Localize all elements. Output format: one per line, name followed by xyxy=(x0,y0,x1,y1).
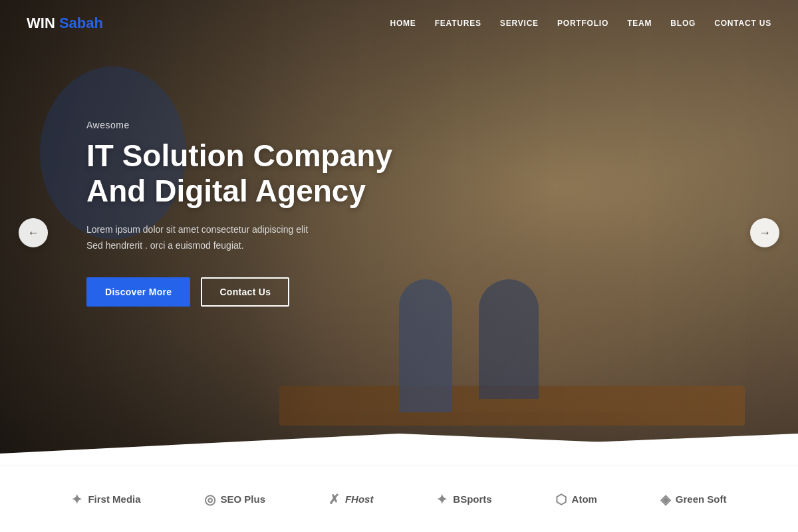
hero-subtitle: Awesome xyxy=(86,120,452,130)
nav-blog[interactable]: BLOG xyxy=(670,19,696,28)
arrow-right-icon: → xyxy=(759,226,771,240)
fhost-icon: ✗ xyxy=(329,491,340,507)
atom-icon: ⬡ xyxy=(555,491,567,507)
brand-bsports: ✦ BSports xyxy=(436,491,491,507)
bsports-icon: ✦ xyxy=(436,491,448,507)
brand-green-soft: ◈ Green Soft xyxy=(660,491,727,507)
first-media-label: First Media xyxy=(88,493,140,505)
arrow-left-icon: ← xyxy=(27,226,39,240)
nav-service[interactable]: SERVICE xyxy=(500,19,539,28)
brands-section: ✦ First Media ◎ SEO Plus ✗ FHost ✦ BSpor… xyxy=(0,466,798,532)
seo-plus-label: SEO Plus xyxy=(221,493,266,505)
hero-buttons: Discover More Contact Us xyxy=(86,277,452,307)
logo-win-text: WIN xyxy=(27,15,55,32)
svg-marker-1 xyxy=(0,434,798,466)
fhost-label: FHost xyxy=(345,493,374,505)
nav-contact-us[interactable]: CONTACT US xyxy=(714,19,771,28)
hero-description: Lorem ipsum dolor sit amet consectetur a… xyxy=(86,222,339,254)
brand-atom: ⬡ Atom xyxy=(555,491,597,507)
hero-title: IT Solution Company And Digital Agency xyxy=(86,138,452,209)
hero-desc-line2: Sed hendrerit . orci a euismod feugiat. xyxy=(86,240,244,251)
nav-features[interactable]: FEATURES xyxy=(435,19,481,28)
nav-team[interactable]: TEAM xyxy=(627,19,652,28)
discover-more-button[interactable]: Discover More xyxy=(86,277,190,307)
seo-plus-icon: ◎ xyxy=(204,491,215,507)
next-slide-button[interactable]: → xyxy=(750,218,779,247)
brand-seo-plus: ◎ SEO Plus xyxy=(204,491,266,507)
logo-sabah-text: Sabah xyxy=(59,15,103,32)
site-header: WIN Sabah HOME FEATURES SERVICE PORTFOLI… xyxy=(0,0,798,47)
nav-portfolio[interactable]: PORTFOLIO xyxy=(557,19,608,28)
prev-slide-button[interactable]: ← xyxy=(19,218,48,247)
hero-diagonal-cut xyxy=(0,414,798,466)
brand-fhost: ✗ FHost xyxy=(329,491,374,507)
hero-content: Awesome IT Solution Company And Digital … xyxy=(86,120,452,307)
site-logo: WIN Sabah xyxy=(27,15,103,32)
main-nav: HOME FEATURES SERVICE PORTFOLIO TEAM BLO… xyxy=(390,19,771,28)
green-soft-label: Green Soft xyxy=(676,493,727,505)
hero-section: WIN Sabah HOME FEATURES SERVICE PORTFOLI… xyxy=(0,0,798,466)
atom-label: Atom xyxy=(572,493,597,505)
brand-first-media: ✦ First Media xyxy=(71,491,140,507)
hero-desc-line1: Lorem ipsum dolor sit amet consectetur a… xyxy=(86,224,308,235)
first-media-icon: ✦ xyxy=(71,491,82,507)
contact-us-button[interactable]: Contact Us xyxy=(201,277,289,307)
bsports-label: BSports xyxy=(453,493,491,505)
nav-home[interactable]: HOME xyxy=(390,19,416,28)
green-soft-icon: ◈ xyxy=(660,491,670,507)
